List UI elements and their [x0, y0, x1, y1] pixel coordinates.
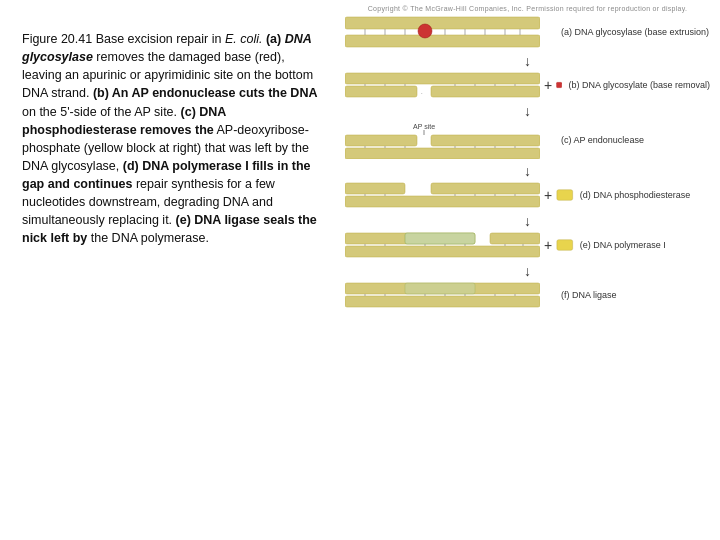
dna-diagram-d — [345, 181, 540, 209]
svg-rect-11 — [345, 73, 540, 84]
diagram-row-b: · + (b) DNA glycosylate (base removal) — [345, 71, 710, 99]
diagram-row-d: + (d) DNA phosphodiesterase — [345, 181, 710, 209]
plus-d: + — [544, 187, 552, 203]
svg-rect-27 — [345, 148, 540, 159]
plus-e: + — [544, 237, 552, 253]
svg-rect-36 — [431, 183, 540, 194]
diagram-row-e: + (e) DNA polymerase I — [345, 231, 710, 259]
arrow-2: ↓ — [345, 103, 710, 119]
svg-rect-46 — [405, 233, 475, 244]
svg-point-2 — [418, 24, 432, 38]
arrow-4: ↓ — [345, 213, 710, 229]
dna-diagram-c: AP site — [345, 121, 555, 159]
svg-rect-25 — [345, 135, 417, 146]
svg-rect-58 — [405, 283, 475, 294]
arrow-5: ↓ — [345, 263, 710, 279]
svg-rect-59 — [345, 296, 540, 307]
label-e: (e) DNA polymerase I — [574, 240, 710, 250]
copyright-text: Copyright © The McGraw-Hill Companies, I… — [345, 5, 710, 12]
label-f: (f) DNA ligase — [555, 290, 710, 300]
svg-rect-44 — [557, 190, 573, 201]
diagram-row-a: (a) DNA glycosylase (base extrusion) — [345, 15, 710, 49]
svg-rect-0 — [345, 17, 540, 29]
figure-caption: Figure 20.41 Base excision repair in E. … — [22, 30, 320, 248]
dna-diagram-e — [345, 231, 540, 259]
svg-rect-37 — [345, 196, 540, 207]
svg-rect-48 — [345, 246, 540, 257]
svg-rect-56 — [557, 240, 573, 251]
diagram-row-f: (f) DNA ligase — [345, 281, 710, 309]
svg-rect-26 — [431, 135, 540, 146]
svg-text:·: · — [421, 90, 423, 96]
dna-diagram-f — [345, 281, 555, 309]
svg-text:AP site: AP site — [413, 123, 435, 130]
svg-rect-22 — [557, 82, 562, 87]
svg-rect-35 — [345, 183, 405, 194]
svg-rect-13 — [431, 86, 540, 97]
removed-block-d — [556, 188, 574, 202]
displaced-block-e — [556, 238, 574, 252]
dna-diagram-a — [345, 15, 555, 49]
plus-b: + — [544, 77, 552, 93]
label-b: (b) DNA glycosylate (base removal) — [562, 80, 710, 90]
arrow-3: ↓ — [345, 163, 710, 179]
svg-rect-47 — [490, 233, 540, 244]
label-c: (c) AP endonuclease — [555, 135, 710, 145]
figure-title: Figure 20.41 Base excision repair in E. … — [22, 32, 317, 245]
label-d: (d) DNA phosphodiesterase — [574, 190, 710, 200]
svg-rect-1 — [345, 35, 540, 47]
arrow-1: ↓ — [345, 53, 710, 69]
dna-diagram-b: · — [345, 71, 540, 99]
diagram-row-c: AP site (c) AP endonuclease — [345, 121, 710, 159]
caption-panel: Figure 20.41 Base excision repair in E. … — [0, 0, 340, 540]
diagram-panel: Copyright © The McGraw-Hill Companies, I… — [340, 0, 720, 540]
svg-rect-12 — [345, 86, 417, 97]
label-a: (a) DNA glycosylase (base extrusion) — [555, 27, 710, 37]
